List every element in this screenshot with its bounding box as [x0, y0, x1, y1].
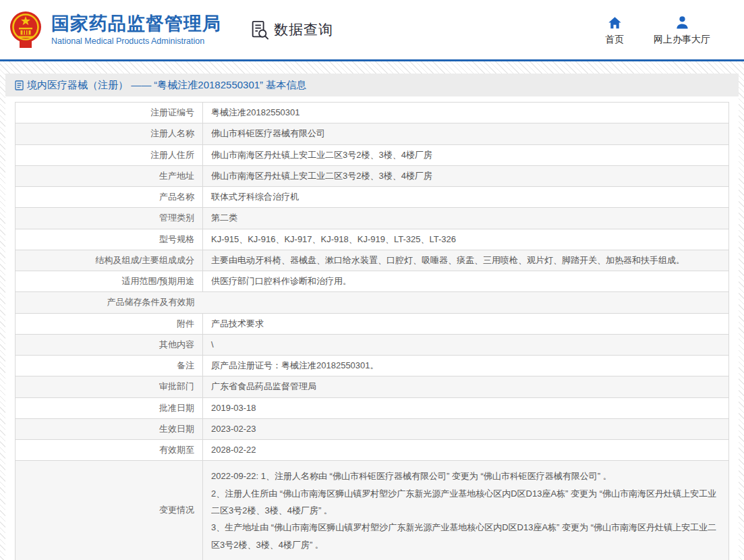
row-value: 2023-02-23 — [203, 418, 729, 439]
org-name-en: National Medical Products Administration — [51, 36, 221, 46]
info-table-wrap: 注册证编号 粤械注准20182550301 注册人名称 佛山市科钜医疗器械有限公… — [5, 96, 739, 560]
page-title: 境内医疗器械（注册） —— “粤械注准20182550301” 基本信息 — [27, 79, 306, 92]
table-row: 备注 原产品注册证号：粤械注准20182550301。 — [16, 356, 729, 376]
row-value: 粤械注准20182550301 — [203, 103, 729, 123]
table-row: 适用范围/预期用途 供医疗部门口腔科作诊断和治疗用。 — [16, 271, 729, 292]
site-header: 国家药品监督管理局 National Medical Products Admi… — [0, 0, 744, 61]
row-value: 2022-09-22: 1、注册人名称由 “佛山市科钜医疗器械有限公司” 变更为… — [203, 461, 729, 560]
row-value: 产品技术要求 — [203, 313, 729, 334]
org-name-cn: 国家药品监督管理局 — [51, 13, 221, 34]
table-row: 审批部门 广东省食品药品监督管理局 — [16, 376, 729, 397]
row-label: 适用范围/预期用途 — [16, 271, 203, 292]
nav-service-hall-label: 网上办事大厅 — [654, 34, 710, 46]
nav-item-home[interactable]: 首页 — [605, 14, 624, 46]
row-value: 佛山市科钜医疗器械有限公司 — [203, 123, 729, 144]
brand-text: 国家药品监督管理局 National Medical Products Admi… — [51, 13, 221, 45]
table-row: 管理类别 第二类 — [16, 208, 729, 229]
row-label: 批准日期 — [16, 397, 203, 418]
table-row: 产品名称 联体式牙科综合治疗机 — [16, 187, 729, 208]
table-row: 产品储存条件及有效期 — [16, 292, 729, 313]
table-row: 注册人名称 佛山市科钜医疗器械有限公司 — [16, 123, 729, 144]
registration-info-table: 注册证编号 粤械注准20182550301 注册人名称 佛山市科钜医疗器械有限公… — [15, 102, 729, 560]
change-line: 2、注册人住所由 “佛山市南海区狮山镇罗村塱沙广东新光源产业基地核心区内D区D1… — [211, 485, 720, 520]
row-label: 结构及组成/主要组成成分 — [16, 250, 203, 271]
table-row: 型号规格 KJ-915、KJ-916、KJ-917、KJ-918、KJ-919、… — [16, 229, 729, 250]
top-nav: 首页 网上办事大厅 — [605, 14, 710, 46]
row-value: 原产品注册证号：粤械注准20182550301。 — [203, 356, 729, 376]
user-icon — [675, 14, 690, 30]
row-label: 有效期至 — [16, 440, 203, 461]
table-row-change-history: 变更情况 2022-09-22: 1、注册人名称由 “佛山市科钜医疗器械有限公司… — [16, 461, 729, 560]
row-label: 审批部门 — [16, 376, 203, 397]
table-row: 批准日期 2019-03-18 — [16, 397, 729, 418]
data-query-label: 数据查询 — [274, 20, 333, 39]
row-value: 第二类 — [203, 208, 729, 229]
row-value: \ — [203, 334, 729, 355]
table-row: 注册证编号 粤械注准20182550301 — [16, 103, 729, 123]
row-label: 备注 — [16, 356, 203, 376]
row-label: 注册人住所 — [16, 144, 203, 165]
row-label: 产品名称 — [16, 187, 203, 208]
page-icon — [15, 80, 24, 90]
row-label: 型号规格 — [16, 229, 203, 250]
row-label: 其他内容 — [16, 334, 203, 355]
row-value: 主要由电动牙科椅、器械盘、漱口给水装置、口腔灯、吸唾器、痰盂、三用喷枪、观片灯、… — [203, 250, 729, 271]
site-logo[interactable]: 国家药品监督管理局 National Medical Products Admi… — [9, 10, 221, 49]
change-line: 2022-09-22: 1、注册人名称由 “佛山市科钜医疗器械有限公司” 变更为… — [211, 468, 720, 484]
row-value: 佛山市南海区丹灶镇上安工业二区3号2楼、3楼、4楼厂房 — [203, 165, 729, 186]
change-line: 3、生产地址由 “佛山市南海区狮山镇罗村塱沙广东新光源产业基地核心区内D区D13… — [211, 519, 720, 553]
row-label: 变更情况 — [16, 461, 203, 560]
row-value: 2019-03-18 — [203, 397, 729, 418]
row-value: 2028-02-22 — [203, 440, 729, 461]
table-row: 生产地址 佛山市南海区丹灶镇上安工业二区3号2楼、3楼、4楼厂房 — [16, 165, 729, 186]
table-row: 结构及组成/主要组成成分 主要由电动牙科椅、器械盘、漱口给水装置、口腔灯、吸唾器… — [16, 250, 729, 271]
data-query-entry[interactable]: 数据查询 — [250, 20, 333, 40]
page-title-bar: 境内医疗器械（注册） —— “粤械注准20182550301” 基本信息 — [5, 74, 739, 96]
row-value: 供医疗部门口腔科作诊断和治疗用。 — [203, 271, 729, 292]
row-value: 联体式牙科综合治疗机 — [203, 187, 729, 208]
row-label: 注册证编号 — [16, 103, 203, 123]
row-label: 管理类别 — [16, 208, 203, 229]
table-row: 生效日期 2023-02-23 — [16, 418, 729, 439]
table-row: 附件 产品技术要求 — [16, 313, 729, 334]
row-label: 注册人名称 — [16, 123, 203, 144]
content-panel: 境内医疗器械（注册） —— “粤械注准20182550301” 基本信息 注册证… — [5, 74, 739, 560]
row-value: KJ-915、KJ-916、KJ-917、KJ-918、KJ-919、LT-32… — [203, 229, 729, 250]
nav-item-service-hall[interactable]: 网上办事大厅 — [654, 14, 710, 46]
row-label: 附件 — [16, 313, 203, 334]
row-label: 生效日期 — [16, 418, 203, 439]
national-emblem-icon — [9, 10, 42, 49]
row-value: 佛山市南海区丹灶镇上安工业二区3号2楼、3楼、4楼厂房 — [203, 144, 729, 165]
row-label: 生产地址 — [16, 165, 203, 186]
home-icon — [607, 14, 623, 30]
nav-home-label: 首页 — [605, 34, 624, 46]
row-value: 广东省食品药品监督管理局 — [203, 376, 729, 397]
table-row: 注册人住所 佛山市南海区丹灶镇上安工业二区3号2楼、3楼、4楼厂房 — [16, 144, 729, 165]
table-row: 其他内容 \ — [16, 334, 729, 355]
doc-search-icon — [250, 20, 270, 40]
row-value — [203, 292, 729, 313]
row-label: 产品储存条件及有效期 — [16, 292, 203, 313]
table-row: 有效期至 2028-02-22 — [16, 440, 729, 461]
